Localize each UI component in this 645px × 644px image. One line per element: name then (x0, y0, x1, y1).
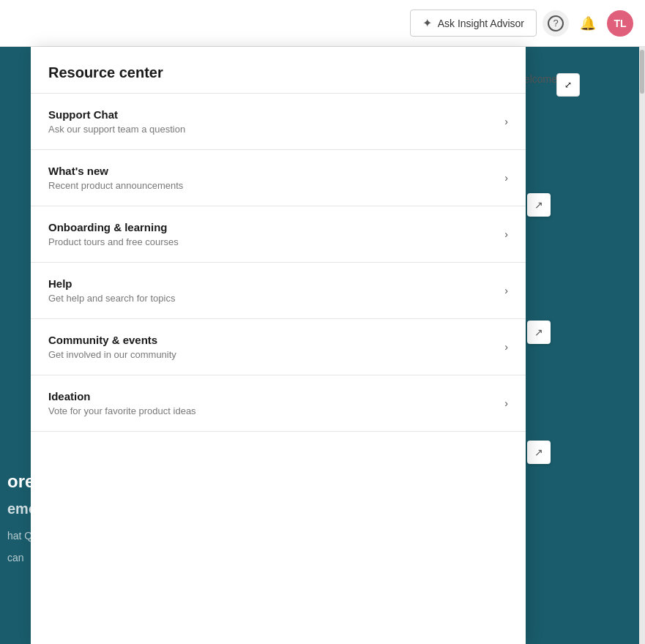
chevron-right-icon-support-chat: › (504, 116, 508, 127)
chevron-right-icon-onboarding: › (504, 228, 508, 240)
panel-item-content-help: Help Get help and search for topics (48, 277, 496, 304)
bg-text-can: can (7, 552, 24, 564)
panel-item-title-support-chat: Support Chat (48, 108, 496, 121)
bg-welcome-text: elcome (524, 73, 557, 85)
panel-item-subtitle-help: Get help and search for topics (48, 293, 496, 304)
chevron-right-icon-help: › (504, 285, 508, 296)
chevron-right-icon-community: › (504, 341, 508, 353)
panel-item-content-whats-new: What's new Recent product announcements (48, 165, 496, 191)
collapse-button[interactable]: ⤢ (556, 73, 580, 97)
external-link-button-3[interactable]: ↗ (527, 441, 551, 464)
panel-item-content-support-chat: Support Chat Ask our support team a ques… (48, 108, 496, 135)
sparkle-icon: ✦ (422, 16, 432, 30)
panel-item-title-community: Community & events (48, 334, 496, 346)
bell-icon: 🔔 (580, 15, 596, 31)
panel-item-content-community: Community & events Get involved in our c… (48, 334, 496, 360)
panel-item-content-onboarding: Onboarding & learning Product tours and … (48, 221, 496, 247)
external-link-icon-1: ↗ (534, 199, 543, 211)
panel-item-whats-new[interactable]: What's new Recent product announcements … (31, 150, 526, 206)
header-bar: ✦ Ask Insight Advisor ? 🔔 TL (0, 0, 645, 47)
insight-advisor-label: Ask Insight Advisor (438, 18, 524, 29)
scrollbar[interactable] (639, 47, 645, 644)
panel-title: Resource center (48, 64, 508, 81)
help-button[interactable]: ? (543, 10, 569, 37)
external-link-button-2[interactable]: ↗ (527, 321, 551, 344)
panel-item-title-onboarding: Onboarding & learning (48, 221, 496, 233)
insight-advisor-button[interactable]: ✦ Ask Insight Advisor (410, 10, 537, 37)
panel-item-title-help: Help (48, 277, 496, 290)
avatar-initials: TL (614, 18, 626, 29)
panel-item-help[interactable]: Help Get help and search for topics › (31, 263, 526, 319)
collapse-icon: ⤢ (564, 80, 572, 90)
panel-item-content-ideation: Ideation Vote for your favorite product … (48, 390, 496, 416)
chevron-right-icon-whats-new: › (504, 172, 508, 184)
panel-header: Resource center (31, 47, 526, 94)
panel-item-support-chat[interactable]: Support Chat Ask our support team a ques… (31, 94, 526, 150)
panel-item-subtitle-whats-new: Recent product announcements (48, 180, 496, 191)
external-link-button-1[interactable]: ↗ (527, 193, 551, 217)
notifications-button[interactable]: 🔔 (575, 10, 601, 37)
external-link-icon-2: ↗ (534, 326, 543, 338)
help-circle-icon: ? (548, 15, 564, 31)
external-link-icon-3: ↗ (534, 446, 543, 458)
panel-item-ideation[interactable]: Ideation Vote for your favorite product … (31, 375, 526, 432)
panel-item-subtitle-community: Get involved in our community (48, 349, 496, 360)
chevron-right-icon-ideation: › (504, 397, 508, 409)
panel-items-list: Support Chat Ask our support team a ques… (31, 94, 526, 432)
panel-item-title-ideation: Ideation (48, 390, 496, 402)
resource-center-panel: Resource center Support Chat Ask our sup… (31, 47, 526, 644)
avatar-button[interactable]: TL (607, 10, 633, 37)
panel-item-onboarding[interactable]: Onboarding & learning Product tours and … (31, 206, 526, 263)
panel-item-subtitle-onboarding: Product tours and free courses (48, 236, 496, 247)
panel-item-subtitle-support-chat: Ask our support team a question (48, 124, 496, 135)
side-panel-icons: ↗ ↗ ↗ (527, 193, 551, 464)
scrollbar-thumb[interactable] (640, 50, 644, 94)
panel-item-title-whats-new: What's new (48, 165, 496, 177)
panel-item-community[interactable]: Community & events Get involved in our c… (31, 319, 526, 375)
panel-item-subtitle-ideation: Vote for your favorite product ideas (48, 405, 496, 416)
header-right: ✦ Ask Insight Advisor ? 🔔 TL (410, 10, 633, 37)
bg-text-hat: hat Q (7, 530, 32, 542)
